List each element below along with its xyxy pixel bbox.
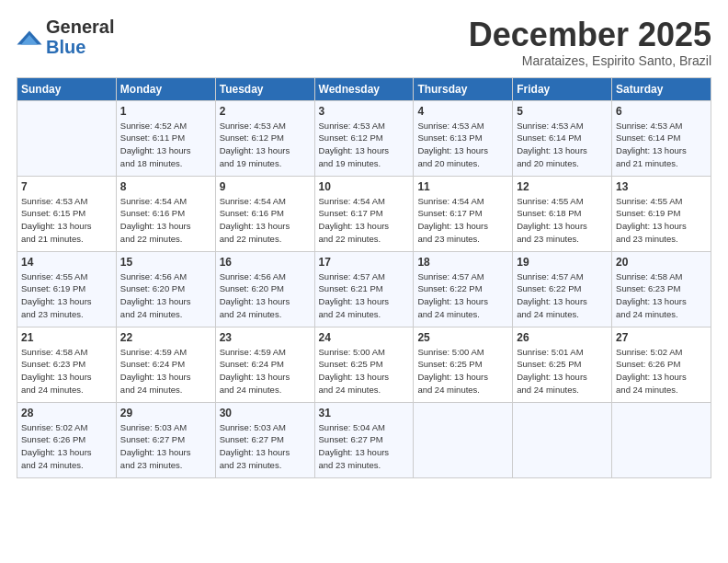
header-row: Sunday Monday Tuesday Wednesday Thursday…: [17, 77, 711, 100]
cell-1-6: 13Sunrise: 4:55 AM Sunset: 6:19 PM Dayli…: [612, 176, 711, 251]
day-number: 26: [517, 331, 608, 344]
cell-info: Sunrise: 5:02 AM Sunset: 6:26 PM Dayligh…: [616, 346, 707, 396]
cell-info: Sunrise: 4:53 AM Sunset: 6:13 PM Dayligh…: [417, 120, 508, 170]
cell-info: Sunrise: 4:59 AM Sunset: 6:24 PM Dayligh…: [220, 346, 311, 396]
day-number: 1: [120, 105, 211, 118]
cell-4-5: [513, 402, 612, 477]
cell-2-6: 20Sunrise: 4:58 AM Sunset: 6:23 PM Dayli…: [612, 251, 711, 327]
cell-info: Sunrise: 4:55 AM Sunset: 6:19 PM Dayligh…: [616, 195, 707, 246]
cell-1-5: 12Sunrise: 4:55 AM Sunset: 6:18 PM Dayli…: [513, 176, 612, 251]
day-number: 21: [21, 331, 112, 344]
col-tuesday: Tuesday: [215, 77, 314, 100]
day-number: 19: [517, 256, 608, 269]
cell-3-2: 23Sunrise: 4:59 AM Sunset: 6:24 PM Dayli…: [215, 327, 314, 402]
logo: General Blue: [17, 17, 114, 57]
day-number: 12: [517, 180, 608, 193]
cell-0-6: 6Sunrise: 4:53 AM Sunset: 6:14 PM Daylig…: [612, 100, 711, 176]
day-number: 30: [220, 407, 311, 419]
col-saturday: Saturday: [612, 77, 711, 100]
cell-info: Sunrise: 4:53 AM Sunset: 6:15 PM Dayligh…: [21, 195, 112, 246]
cell-2-5: 19Sunrise: 4:57 AM Sunset: 6:22 PM Dayli…: [513, 251, 612, 327]
cell-1-1: 8Sunrise: 4:54 AM Sunset: 6:16 PM Daylig…: [116, 176, 215, 251]
cell-info: Sunrise: 5:02 AM Sunset: 6:26 PM Dayligh…: [21, 421, 112, 472]
cell-info: Sunrise: 5:03 AM Sunset: 6:27 PM Dayligh…: [220, 421, 311, 472]
day-number: 13: [616, 180, 707, 193]
week-row-0: 1Sunrise: 4:52 AM Sunset: 6:11 PM Daylig…: [17, 100, 711, 176]
cell-info: Sunrise: 4:54 AM Sunset: 6:17 PM Dayligh…: [417, 195, 508, 246]
day-number: 8: [120, 180, 211, 193]
title-block: December 2025 Marataizes, Espirito Santo…: [469, 17, 711, 68]
cell-info: Sunrise: 4:58 AM Sunset: 6:23 PM Dayligh…: [616, 270, 707, 321]
cell-info: Sunrise: 5:01 AM Sunset: 6:25 PM Dayligh…: [517, 346, 608, 396]
day-number: 9: [220, 180, 311, 193]
cell-info: Sunrise: 4:59 AM Sunset: 6:24 PM Dayligh…: [120, 346, 211, 396]
day-number: 4: [417, 105, 508, 118]
cell-0-5: 5Sunrise: 4:53 AM Sunset: 6:14 PM Daylig…: [513, 100, 612, 176]
cell-info: Sunrise: 4:56 AM Sunset: 6:20 PM Dayligh…: [220, 270, 311, 321]
cell-info: Sunrise: 4:54 AM Sunset: 6:16 PM Dayligh…: [120, 195, 211, 246]
week-row-2: 14Sunrise: 4:55 AM Sunset: 6:19 PM Dayli…: [17, 251, 711, 327]
header: General Blue December 2025 Marataizes, E…: [17, 17, 711, 68]
subtitle: Marataizes, Espirito Santo, Brazil: [469, 53, 711, 68]
day-number: 3: [319, 105, 410, 118]
cell-info: Sunrise: 5:03 AM Sunset: 6:27 PM Dayligh…: [120, 421, 211, 472]
cell-info: Sunrise: 4:53 AM Sunset: 6:12 PM Dayligh…: [319, 120, 410, 170]
cell-1-0: 7Sunrise: 4:53 AM Sunset: 6:15 PM Daylig…: [17, 176, 117, 251]
day-number: 28: [21, 407, 112, 419]
cell-0-1: 1Sunrise: 4:52 AM Sunset: 6:11 PM Daylig…: [116, 100, 215, 176]
cell-2-3: 17Sunrise: 4:57 AM Sunset: 6:21 PM Dayli…: [314, 251, 414, 327]
cell-3-0: 21Sunrise: 4:58 AM Sunset: 6:23 PM Dayli…: [17, 327, 117, 402]
cell-4-1: 29Sunrise: 5:03 AM Sunset: 6:27 PM Dayli…: [116, 402, 215, 477]
cell-info: Sunrise: 4:58 AM Sunset: 6:23 PM Dayligh…: [21, 346, 112, 396]
col-friday: Friday: [513, 77, 612, 100]
cell-4-3: 31Sunrise: 5:04 AM Sunset: 6:27 PM Dayli…: [314, 402, 414, 477]
cell-info: Sunrise: 4:57 AM Sunset: 6:22 PM Dayligh…: [417, 270, 508, 321]
cell-1-3: 10Sunrise: 4:54 AM Sunset: 6:17 PM Dayli…: [314, 176, 414, 251]
cell-info: Sunrise: 4:53 AM Sunset: 6:14 PM Dayligh…: [517, 120, 608, 170]
month-title: December 2025: [469, 17, 711, 53]
day-number: 11: [417, 180, 508, 193]
col-sunday: Sunday: [17, 77, 117, 100]
col-wednesday: Wednesday: [314, 77, 414, 100]
cell-3-4: 25Sunrise: 5:00 AM Sunset: 6:25 PM Dayli…: [414, 327, 513, 402]
day-number: 29: [120, 407, 211, 419]
day-number: 6: [616, 105, 707, 118]
day-number: 15: [120, 256, 211, 269]
cell-3-3: 24Sunrise: 5:00 AM Sunset: 6:25 PM Dayli…: [314, 327, 414, 402]
cell-info: Sunrise: 4:57 AM Sunset: 6:21 PM Dayligh…: [319, 270, 410, 321]
cell-info: Sunrise: 4:54 AM Sunset: 6:17 PM Dayligh…: [319, 195, 410, 246]
day-number: 22: [120, 331, 211, 344]
day-number: 20: [616, 256, 707, 269]
cell-info: Sunrise: 4:55 AM Sunset: 6:18 PM Dayligh…: [517, 195, 608, 246]
cell-info: Sunrise: 4:56 AM Sunset: 6:20 PM Dayligh…: [120, 270, 211, 321]
page: General Blue December 2025 Marataizes, E…: [0, 0, 728, 563]
cell-info: Sunrise: 5:00 AM Sunset: 6:25 PM Dayligh…: [319, 346, 410, 396]
cell-info: Sunrise: 4:54 AM Sunset: 6:16 PM Dayligh…: [220, 195, 311, 246]
cell-0-4: 4Sunrise: 4:53 AM Sunset: 6:13 PM Daylig…: [414, 100, 513, 176]
col-monday: Monday: [116, 77, 215, 100]
day-number: 2: [220, 105, 311, 118]
cell-2-2: 16Sunrise: 4:56 AM Sunset: 6:20 PM Dayli…: [215, 251, 314, 327]
cell-1-2: 9Sunrise: 4:54 AM Sunset: 6:16 PM Daylig…: [215, 176, 314, 251]
cell-3-6: 27Sunrise: 5:02 AM Sunset: 6:26 PM Dayli…: [612, 327, 711, 402]
cell-info: Sunrise: 4:52 AM Sunset: 6:11 PM Dayligh…: [120, 120, 211, 170]
day-number: 16: [220, 256, 311, 269]
cell-info: Sunrise: 4:53 AM Sunset: 6:14 PM Dayligh…: [616, 120, 707, 170]
cell-0-3: 3Sunrise: 4:53 AM Sunset: 6:12 PM Daylig…: [314, 100, 414, 176]
cell-3-1: 22Sunrise: 4:59 AM Sunset: 6:24 PM Dayli…: [116, 327, 215, 402]
cell-4-6: [612, 402, 711, 477]
day-number: 10: [319, 180, 410, 193]
day-number: 17: [319, 256, 410, 269]
day-number: 31: [319, 407, 410, 419]
cell-0-2: 2Sunrise: 4:53 AM Sunset: 6:12 PM Daylig…: [215, 100, 314, 176]
day-number: 18: [417, 256, 508, 269]
col-thursday: Thursday: [414, 77, 513, 100]
week-row-1: 7Sunrise: 4:53 AM Sunset: 6:15 PM Daylig…: [17, 176, 711, 251]
calendar-table: Sunday Monday Tuesday Wednesday Thursday…: [17, 77, 711, 478]
week-row-3: 21Sunrise: 4:58 AM Sunset: 6:23 PM Dayli…: [17, 327, 711, 402]
logo-icon: [17, 29, 42, 46]
day-number: 7: [21, 180, 112, 193]
cell-4-2: 30Sunrise: 5:03 AM Sunset: 6:27 PM Dayli…: [215, 402, 314, 477]
cell-2-1: 15Sunrise: 4:56 AM Sunset: 6:20 PM Dayli…: [116, 251, 215, 327]
day-number: 14: [21, 256, 112, 269]
